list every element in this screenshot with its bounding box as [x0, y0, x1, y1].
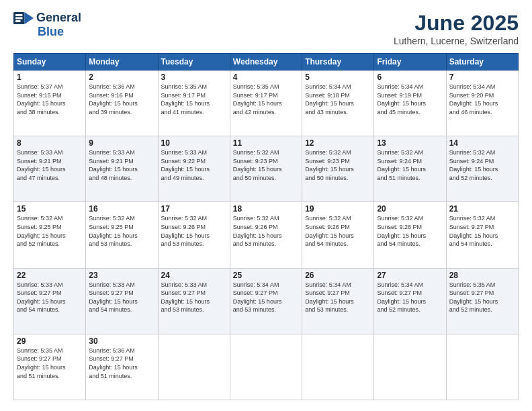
- col-tuesday: Tuesday: [158, 54, 230, 71]
- day-info: Sunrise: 5:33 AM Sunset: 9:21 PM Dayligh…: [17, 148, 83, 182]
- table-cell: 6Sunrise: 5:34 AM Sunset: 9:19 PM Daylig…: [374, 71, 446, 136]
- day-info: Sunrise: 5:36 AM Sunset: 9:27 PM Dayligh…: [89, 347, 154, 380]
- day-info: Sunrise: 5:32 AM Sunset: 9:27 PM Dayligh…: [449, 214, 515, 248]
- svg-rect-4: [15, 20, 21, 22]
- day-info: Sunrise: 5:34 AM Sunset: 9:27 PM Dayligh…: [377, 281, 443, 314]
- location-subtitle: Luthern, Lucerne, Switzerland: [394, 36, 519, 46]
- day-info: Sunrise: 5:35 AM Sunset: 9:17 PM Dayligh…: [233, 83, 299, 116]
- table-cell: 13Sunrise: 5:32 AM Sunset: 9:24 PM Dayli…: [374, 136, 446, 202]
- table-cell: 11Sunrise: 5:32 AM Sunset: 9:23 PM Dayli…: [230, 136, 302, 202]
- day-number: 21: [449, 204, 515, 214]
- day-info: Sunrise: 5:32 AM Sunset: 9:26 PM Dayligh…: [233, 214, 299, 248]
- table-cell: 5Sunrise: 5:34 AM Sunset: 9:18 PM Daylig…: [302, 71, 374, 136]
- day-number: 3: [161, 73, 227, 82]
- day-info: Sunrise: 5:33 AM Sunset: 9:22 PM Dayligh…: [161, 148, 227, 182]
- table-cell: 12Sunrise: 5:32 AM Sunset: 9:23 PM Dayli…: [302, 136, 374, 202]
- day-number: 27: [377, 271, 443, 280]
- day-number: 26: [305, 271, 371, 280]
- day-number: 7: [449, 73, 515, 82]
- day-number: 24: [161, 271, 227, 280]
- header: General Blue June 2025 Luthern, Lucerne,…: [13, 11, 519, 46]
- day-info: Sunrise: 5:35 AM Sunset: 9:27 PM Dayligh…: [449, 281, 515, 314]
- logo: General Blue: [13, 11, 81, 39]
- page: General Blue June 2025 Luthern, Lucerne,…: [0, 0, 532, 411]
- day-number: 17: [161, 204, 227, 214]
- day-info: Sunrise: 5:32 AM Sunset: 9:25 PM Dayligh…: [17, 214, 83, 248]
- logo-icon: [13, 12, 34, 24]
- calendar-row: 1Sunrise: 5:37 AM Sunset: 9:15 PM Daylig…: [14, 71, 519, 136]
- day-number: 10: [161, 138, 227, 148]
- day-number: 8: [17, 138, 83, 148]
- day-number: 19: [305, 204, 371, 214]
- logo-text-blue: Blue: [38, 25, 64, 39]
- day-number: 9: [89, 138, 154, 148]
- day-number: 5: [305, 73, 371, 82]
- table-cell: 14Sunrise: 5:32 AM Sunset: 9:24 PM Dayli…: [446, 136, 518, 202]
- day-number: 2: [89, 73, 154, 82]
- table-cell: 15Sunrise: 5:32 AM Sunset: 9:25 PM Dayli…: [14, 202, 86, 268]
- col-sunday: Sunday: [14, 54, 86, 71]
- logo-text-general: General: [36, 11, 81, 25]
- table-cell: 28Sunrise: 5:35 AM Sunset: 9:27 PM Dayli…: [446, 268, 518, 334]
- day-number: 13: [377, 138, 443, 148]
- svg-marker-1: [25, 12, 34, 24]
- day-info: Sunrise: 5:32 AM Sunset: 9:24 PM Dayligh…: [449, 148, 515, 182]
- table-cell: 20Sunrise: 5:32 AM Sunset: 9:26 PM Dayli…: [374, 202, 446, 268]
- table-cell: 18Sunrise: 5:32 AM Sunset: 9:26 PM Dayli…: [230, 202, 302, 268]
- day-number: 16: [89, 204, 154, 214]
- table-cell: [230, 334, 302, 400]
- table-cell: [374, 334, 446, 400]
- day-info: Sunrise: 5:33 AM Sunset: 9:27 PM Dayligh…: [17, 281, 83, 314]
- svg-rect-2: [15, 14, 23, 16]
- table-cell: [158, 334, 230, 400]
- day-number: 15: [17, 204, 83, 214]
- table-cell: 23Sunrise: 5:33 AM Sunset: 9:27 PM Dayli…: [86, 268, 158, 334]
- day-info: Sunrise: 5:32 AM Sunset: 9:26 PM Dayligh…: [377, 214, 443, 248]
- col-wednesday: Wednesday: [230, 54, 302, 71]
- day-info: Sunrise: 5:34 AM Sunset: 9:27 PM Dayligh…: [305, 281, 371, 314]
- table-cell: 22Sunrise: 5:33 AM Sunset: 9:27 PM Dayli…: [14, 268, 86, 334]
- day-number: 25: [233, 271, 299, 280]
- day-number: 23: [89, 271, 154, 280]
- day-info: Sunrise: 5:35 AM Sunset: 9:27 PM Dayligh…: [17, 347, 83, 380]
- table-cell: 3Sunrise: 5:35 AM Sunset: 9:17 PM Daylig…: [158, 71, 230, 136]
- table-cell: 30Sunrise: 5:36 AM Sunset: 9:27 PM Dayli…: [86, 334, 158, 400]
- calendar-row: 29Sunrise: 5:35 AM Sunset: 9:27 PM Dayli…: [14, 334, 519, 400]
- table-cell: 29Sunrise: 5:35 AM Sunset: 9:27 PM Dayli…: [14, 334, 86, 400]
- month-title: June 2025: [394, 11, 519, 36]
- day-info: Sunrise: 5:37 AM Sunset: 9:15 PM Dayligh…: [17, 83, 83, 116]
- day-info: Sunrise: 5:33 AM Sunset: 9:27 PM Dayligh…: [89, 281, 154, 314]
- table-cell: 16Sunrise: 5:32 AM Sunset: 9:25 PM Dayli…: [86, 202, 158, 268]
- table-cell: [302, 334, 374, 400]
- day-info: Sunrise: 5:32 AM Sunset: 9:23 PM Dayligh…: [233, 148, 299, 182]
- day-info: Sunrise: 5:32 AM Sunset: 9:26 PM Dayligh…: [305, 214, 371, 248]
- table-cell: 27Sunrise: 5:34 AM Sunset: 9:27 PM Dayli…: [374, 268, 446, 334]
- day-number: 1: [17, 73, 83, 82]
- day-info: Sunrise: 5:32 AM Sunset: 9:24 PM Dayligh…: [377, 148, 443, 182]
- table-cell: 25Sunrise: 5:34 AM Sunset: 9:27 PM Dayli…: [230, 268, 302, 334]
- day-info: Sunrise: 5:33 AM Sunset: 9:21 PM Dayligh…: [89, 148, 154, 182]
- day-number: 20: [377, 204, 443, 214]
- day-number: 4: [233, 73, 299, 82]
- day-info: Sunrise: 5:32 AM Sunset: 9:23 PM Dayligh…: [305, 148, 371, 182]
- calendar-table: Sunday Monday Tuesday Wednesday Thursday…: [13, 53, 519, 400]
- day-number: 12: [305, 138, 371, 148]
- day-number: 14: [449, 138, 515, 148]
- table-cell: 8Sunrise: 5:33 AM Sunset: 9:21 PM Daylig…: [14, 136, 86, 202]
- day-number: 28: [449, 271, 515, 280]
- day-info: Sunrise: 5:34 AM Sunset: 9:27 PM Dayligh…: [233, 281, 299, 314]
- table-cell: [446, 334, 518, 400]
- table-cell: 17Sunrise: 5:32 AM Sunset: 9:26 PM Dayli…: [158, 202, 230, 268]
- table-cell: 1Sunrise: 5:37 AM Sunset: 9:15 PM Daylig…: [14, 71, 86, 136]
- day-info: Sunrise: 5:34 AM Sunset: 9:19 PM Dayligh…: [377, 83, 443, 116]
- table-cell: 26Sunrise: 5:34 AM Sunset: 9:27 PM Dayli…: [302, 268, 374, 334]
- day-number: 6: [377, 73, 443, 82]
- day-number: 22: [17, 271, 83, 280]
- table-cell: 10Sunrise: 5:33 AM Sunset: 9:22 PM Dayli…: [158, 136, 230, 202]
- col-monday: Monday: [86, 54, 158, 71]
- table-cell: 9Sunrise: 5:33 AM Sunset: 9:21 PM Daylig…: [86, 136, 158, 202]
- table-cell: 21Sunrise: 5:32 AM Sunset: 9:27 PM Dayli…: [446, 202, 518, 268]
- col-friday: Friday: [374, 54, 446, 71]
- table-cell: 24Sunrise: 5:33 AM Sunset: 9:27 PM Dayli…: [158, 268, 230, 334]
- svg-rect-3: [15, 17, 23, 19]
